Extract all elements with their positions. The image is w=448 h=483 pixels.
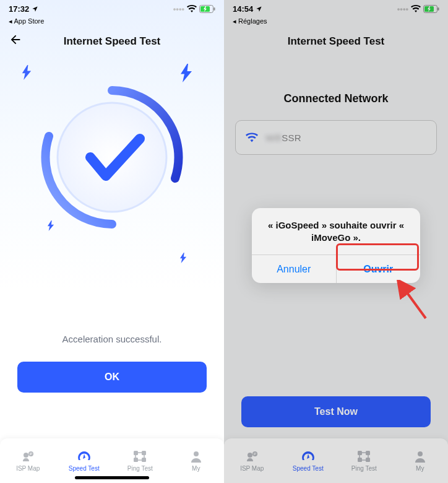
svg-rect-8 [134,458,138,462]
tab-label: Speed Test [69,465,100,472]
tab-label: Ping Test [127,465,153,472]
page-title: Internet Speed Test [64,35,161,48]
location-icon [32,6,38,12]
tab-label: My [192,465,200,472]
svg-line-21 [402,286,426,318]
ok-button[interactable]: OK [17,362,207,393]
status-bar: 17:32 •••• [0,0,224,17]
svg-point-10 [194,451,199,456]
status-time: 17:32 [9,4,29,14]
cellular-icon: •••• [173,4,184,14]
lightning-icon [179,253,187,263]
success-graphic [0,55,224,259]
success-circle [32,77,192,238]
back-button[interactable] [9,33,22,46]
lightning-icon [21,65,32,80]
svg-rect-9 [142,458,146,462]
phone-screen-right: 14:54 •••• ◂ Réglages Internet Speed Tes… [224,0,448,483]
speed-test-icon [77,450,92,463]
lightning-icon [47,220,54,231]
annotation-highlight [336,243,419,271]
battery-icon [199,5,215,13]
tab-label: ISP Map [16,465,40,472]
breadcrumb[interactable]: ◂ App Store [0,17,224,28]
lightning-icon [179,64,193,82]
isp-map-icon: IP [20,450,35,463]
home-indicator[interactable] [75,476,149,479]
annotation-arrow [394,280,431,323]
ping-test-icon [133,450,147,463]
alert-cancel-button[interactable]: Annuler [252,255,336,283]
svg-rect-7 [142,451,146,455]
header: Internet Speed Test [0,28,224,55]
svg-point-3 [58,103,166,212]
result-text: Acceleration successful. [0,334,224,344]
svg-rect-2 [214,7,215,11]
svg-text:IP: IP [30,452,33,456]
phone-screen-left: 17:32 •••• ◂ App Store Internet Speed Te… [0,0,224,483]
tab-isp-map[interactable]: IP ISP Map [0,438,56,483]
tab-my[interactable]: My [168,438,225,483]
wifi-icon [187,5,197,12]
chevron-left-icon: ◂ [9,17,12,25]
svg-rect-6 [134,451,138,455]
profile-icon [190,450,202,463]
